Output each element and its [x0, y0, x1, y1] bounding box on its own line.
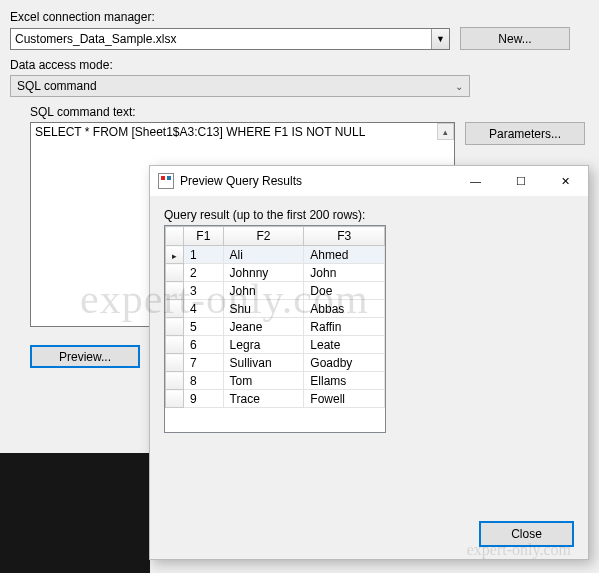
table-row[interactable]: 4ShuAbbas [166, 300, 385, 318]
chevron-down-icon: ⌄ [455, 81, 463, 92]
table-cell[interactable]: 4 [184, 300, 224, 318]
connection-manager-combo[interactable]: Customers_Data_Sample.xlsx ▼ [10, 28, 450, 50]
query-result-caption: Query result (up to the first 200 rows): [164, 208, 574, 222]
row-selector[interactable] [166, 372, 184, 390]
table-cell[interactable]: Doe [304, 282, 385, 300]
table-row[interactable]: 5JeaneRaffin [166, 318, 385, 336]
table-row[interactable]: 9TraceFowell [166, 390, 385, 408]
sql-text-value: SELECT * FROM [Sheet1$A3:C13] WHERE F1 I… [35, 125, 365, 139]
row-selector[interactable] [166, 354, 184, 372]
row-selector[interactable] [166, 282, 184, 300]
current-row-icon: ▸ [172, 251, 177, 261]
table-cell[interactable]: 1 [184, 246, 224, 264]
data-access-mode-label: Data access mode: [10, 58, 589, 72]
row-header-corner [166, 227, 184, 246]
table-cell[interactable]: Sullivan [223, 354, 304, 372]
dark-footer-strip [0, 453, 150, 573]
dialog-titlebar[interactable]: Preview Query Results — ☐ ✕ [150, 166, 588, 196]
sql-text-label: SQL command text: [30, 105, 589, 119]
preview-button[interactable]: Preview... [30, 345, 140, 368]
parameters-button[interactable]: Parameters... [465, 122, 585, 145]
table-cell[interactable]: Tom [223, 372, 304, 390]
preview-query-results-dialog: Preview Query Results — ☐ ✕ Query result… [149, 165, 589, 560]
row-selector[interactable] [166, 264, 184, 282]
row-selector[interactable] [166, 336, 184, 354]
table-row[interactable]: 8TomEllams [166, 372, 385, 390]
new-button[interactable]: New... [460, 27, 570, 50]
table-cell[interactable]: Johnny [223, 264, 304, 282]
table-cell[interactable]: Raffin [304, 318, 385, 336]
data-access-mode-select[interactable]: SQL command ⌄ [10, 75, 470, 97]
chevron-down-icon[interactable]: ▼ [431, 29, 449, 49]
connection-manager-label: Excel connection manager: [10, 10, 589, 24]
table-cell[interactable]: Abbas [304, 300, 385, 318]
table-row[interactable]: ▸1AliAhmed [166, 246, 385, 264]
table-cell[interactable]: Ellams [304, 372, 385, 390]
dialog-title: Preview Query Results [180, 174, 453, 188]
table-cell[interactable]: Goadby [304, 354, 385, 372]
table-cell[interactable]: John [223, 282, 304, 300]
connection-manager-value: Customers_Data_Sample.xlsx [15, 32, 176, 46]
column-header[interactable]: F1 [184, 227, 224, 246]
table-cell[interactable]: 9 [184, 390, 224, 408]
table-cell[interactable]: Legra [223, 336, 304, 354]
scroll-up-icon[interactable]: ▴ [437, 123, 454, 140]
close-window-button[interactable]: ✕ [543, 166, 588, 196]
table-cell[interactable]: 5 [184, 318, 224, 336]
table-row[interactable]: 2JohnnyJohn [166, 264, 385, 282]
minimize-button[interactable]: — [453, 166, 498, 196]
table-cell[interactable]: 2 [184, 264, 224, 282]
table-row[interactable]: 6LegraLeate [166, 336, 385, 354]
table-cell[interactable]: Trace [223, 390, 304, 408]
table-cell[interactable]: 8 [184, 372, 224, 390]
results-grid[interactable]: F1F2F3▸1AliAhmed2JohnnyJohn3JohnDoe4ShuA… [164, 225, 386, 433]
row-selector[interactable] [166, 390, 184, 408]
row-selector[interactable]: ▸ [166, 246, 184, 264]
table-cell[interactable]: Leate [304, 336, 385, 354]
app-icon [158, 173, 174, 189]
column-header[interactable]: F2 [223, 227, 304, 246]
table-cell[interactable]: Fowell [304, 390, 385, 408]
table-cell[interactable]: Ahmed [304, 246, 385, 264]
table-cell[interactable]: Shu [223, 300, 304, 318]
column-header[interactable]: F3 [304, 227, 385, 246]
row-selector[interactable] [166, 318, 184, 336]
table-cell[interactable]: 7 [184, 354, 224, 372]
table-row[interactable]: 3JohnDoe [166, 282, 385, 300]
table-cell[interactable]: Jeane [223, 318, 304, 336]
maximize-button[interactable]: ☐ [498, 166, 543, 196]
table-row[interactable]: 7SullivanGoadby [166, 354, 385, 372]
table-cell[interactable]: 6 [184, 336, 224, 354]
close-button[interactable]: Close [479, 521, 574, 547]
data-access-mode-value: SQL command [17, 79, 97, 93]
row-selector[interactable] [166, 300, 184, 318]
table-cell[interactable]: John [304, 264, 385, 282]
table-cell[interactable]: Ali [223, 246, 304, 264]
table-cell[interactable]: 3 [184, 282, 224, 300]
